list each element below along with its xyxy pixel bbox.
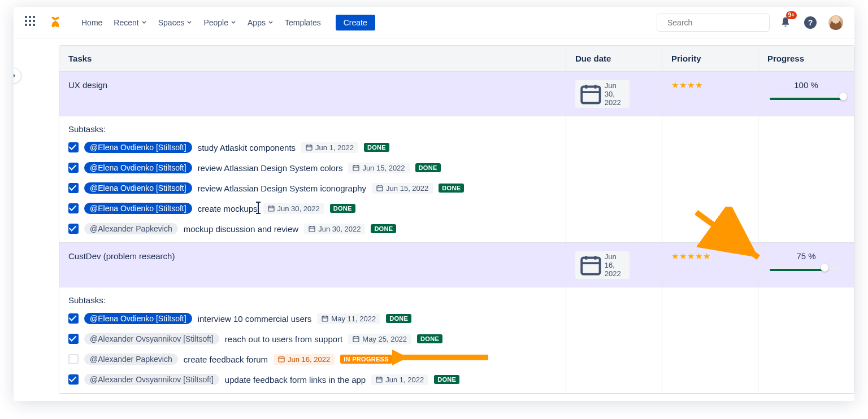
subtask-text: reach out to users from support xyxy=(225,334,342,344)
subtask-item: @Elena Ovdienko [Stiltsoft]interview 10 … xyxy=(68,313,557,324)
subtask-checkbox[interactable] xyxy=(68,334,79,344)
user-mention[interactable]: @Alexander Ovsyannikov [Stiltsoft] xyxy=(84,374,219,385)
user-mention[interactable]: @Alexander Ovsyannikov [Stiltsoft] xyxy=(84,333,219,344)
nav-link-people[interactable]: People xyxy=(198,15,242,30)
star-icon: ★ xyxy=(671,251,679,261)
status-badge: DONE xyxy=(364,143,389,152)
subtask-text: create mockups xyxy=(198,204,258,213)
status-badge: DONE xyxy=(417,334,442,343)
subtask-checkbox[interactable] xyxy=(68,142,79,152)
subtask-item: @Elena Ovdienko [Stiltsoft]review Atlass… xyxy=(68,182,557,194)
col-header-due: Due date xyxy=(566,46,662,72)
svg-rect-34 xyxy=(353,337,359,342)
nav-link-label: People xyxy=(203,18,228,27)
subtask-item: @Elena Ovdienko [Stiltsoft]review Atlass… xyxy=(68,162,557,173)
user-mention[interactable]: @Elena Ovdienko [Stiltsoft] xyxy=(84,182,192,194)
app-switcher-icon[interactable] xyxy=(25,16,38,29)
progress-slider[interactable] xyxy=(770,267,843,271)
user-mention[interactable]: @Alexander Papkevich xyxy=(84,223,178,234)
user-mention[interactable]: @Alexander Papkevich xyxy=(84,353,178,365)
subtask-item: @Alexander Ovsyannikov [Stiltsoft]update… xyxy=(68,374,557,385)
empty-cell xyxy=(662,287,758,393)
status-badge: DONE xyxy=(371,224,396,233)
empty-cell xyxy=(758,287,854,393)
subtask-text: study Atlaskit components xyxy=(198,143,296,152)
svg-rect-10 xyxy=(353,165,359,171)
due-date-chip: Jun 16, 2022 xyxy=(575,251,630,279)
help-icon[interactable]: ? xyxy=(801,14,819,32)
nav-link-label: Templates xyxy=(285,18,321,27)
subtask-item: @Alexander Ovsyannikov [Stiltsoft]reach … xyxy=(68,333,557,344)
subtasks-row: Subtasks:@Elena Ovdienko [Stiltsoft]inte… xyxy=(59,287,854,394)
nav-link-templates[interactable]: Templates xyxy=(279,15,327,30)
section-title: CustDev (problem research) xyxy=(59,243,566,287)
priority-stars: ★★★★★ xyxy=(671,251,749,261)
notification-badge: 9+ xyxy=(786,11,797,19)
empty-cell xyxy=(566,287,662,393)
status-badge: DONE xyxy=(330,204,355,213)
star-icon: ★ xyxy=(695,251,702,261)
subtask-checkbox[interactable] xyxy=(68,224,79,234)
col-header-tasks: Tasks xyxy=(59,46,566,72)
subtask-date-chip: Jun 1, 2022 xyxy=(371,374,428,385)
subtask-checkbox[interactable] xyxy=(68,163,79,173)
user-mention[interactable]: @Elena Ovdienko [Stiltsoft] xyxy=(84,203,192,214)
due-date-chip: Jun 30, 2022 xyxy=(575,80,630,108)
status-badge: DONE xyxy=(434,375,459,384)
progress-value: 100 % xyxy=(794,80,818,90)
subtasks-row: Subtasks:@Elena Ovdienko [Stiltsoft]stud… xyxy=(59,116,854,243)
empty-cell xyxy=(566,116,662,242)
star-icon: ★ xyxy=(695,80,702,90)
subtask-text: review Atlassian Design System colors xyxy=(198,163,343,173)
subtask-item: @Elena Ovdienko [Stiltsoft]create mockup… xyxy=(68,203,557,214)
section-priority-cell: ★★★★ xyxy=(662,72,758,116)
subtask-checkbox[interactable] xyxy=(68,313,79,324)
create-button[interactable]: Create xyxy=(336,15,375,30)
section-progress-cell: 100 % xyxy=(758,72,854,116)
expand-sidebar-handle[interactable] xyxy=(14,68,21,84)
svg-rect-30 xyxy=(322,316,328,321)
user-avatar[interactable] xyxy=(828,15,843,30)
status-badge: DONE xyxy=(415,163,441,172)
subtask-date-chip: Jun 30, 2022 xyxy=(304,224,365,234)
nav-link-apps[interactable]: Apps xyxy=(242,15,279,30)
star-icon: ★ xyxy=(687,80,695,90)
empty-cell xyxy=(662,116,758,242)
search-field[interactable] xyxy=(667,18,766,27)
priority-stars: ★★★★ xyxy=(671,80,749,90)
col-header-priority: Priority xyxy=(662,46,758,72)
product-logo[interactable] xyxy=(47,15,63,30)
progress-slider[interactable] xyxy=(770,95,843,100)
star-icon: ★ xyxy=(679,80,687,90)
svg-rect-6 xyxy=(306,145,312,150)
section-due-cell: Jun 30, 2022 xyxy=(566,72,662,116)
section-due-cell: Jun 16, 2022 xyxy=(566,243,662,287)
subtask-checkbox[interactable] xyxy=(68,183,79,193)
subtasks-cell: Subtasks:@Elena Ovdienko [Stiltsoft]stud… xyxy=(59,116,566,242)
nav-link-label: Recent xyxy=(114,18,138,27)
svg-rect-42 xyxy=(376,377,382,382)
search-input[interactable] xyxy=(657,14,770,32)
subtasks-label: Subtasks: xyxy=(68,295,557,305)
notifications-icon[interactable]: 9+ xyxy=(776,14,795,32)
subtask-checkbox[interactable] xyxy=(68,203,79,213)
section-row: CustDev (problem research)Jun 16, 2022★★… xyxy=(59,243,854,287)
svg-rect-26 xyxy=(581,258,600,274)
subtask-text: review Atlassian Design System iconograp… xyxy=(198,184,366,193)
nav-link-label: Apps xyxy=(248,18,266,27)
section-progress-cell: 75 % xyxy=(758,243,854,287)
nav-link-home[interactable]: Home xyxy=(76,15,108,30)
subtask-checkbox[interactable] xyxy=(68,354,79,364)
user-mention[interactable]: @Elena Ovdienko [Stiltsoft] xyxy=(84,142,192,153)
nav-link-spaces[interactable]: Spaces xyxy=(153,15,198,30)
subtask-checkbox[interactable] xyxy=(68,374,79,385)
svg-rect-22 xyxy=(309,226,315,232)
section-row: UX designJun 30, 2022★★★★100 % xyxy=(59,72,854,116)
text-cursor-icon xyxy=(258,203,259,213)
nav-link-recent[interactable]: Recent xyxy=(108,15,152,30)
user-mention[interactable]: @Elena Ovdienko [Stiltsoft] xyxy=(84,162,192,173)
section-title: UX design xyxy=(59,72,566,116)
user-mention[interactable]: @Elena Ovdienko [Stiltsoft] xyxy=(84,313,192,324)
subtask-item: @Elena Ovdienko [Stiltsoft]study Atlaski… xyxy=(68,142,557,153)
star-icon: ★ xyxy=(671,80,679,90)
